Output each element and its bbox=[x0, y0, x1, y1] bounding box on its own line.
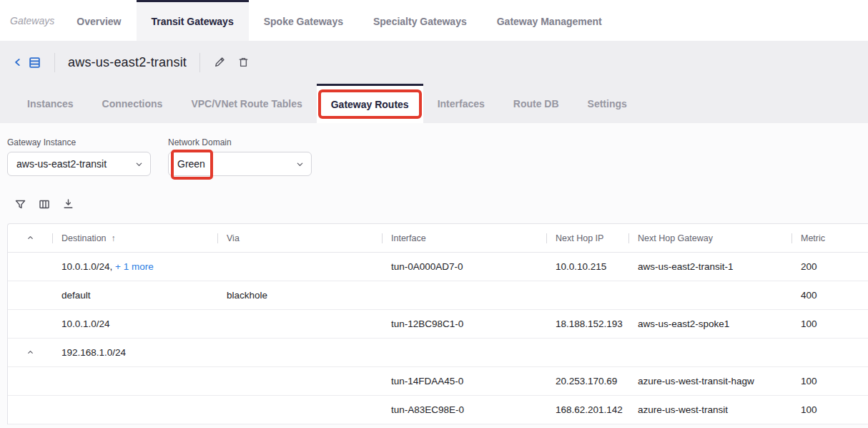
tab-transit-gateways[interactable]: Transit Gateways bbox=[137, 0, 249, 41]
table-toolbar bbox=[14, 198, 868, 210]
chevron-up-icon bbox=[26, 234, 34, 242]
cell-next-hop-gateway: aws-us-east2-transit-1 bbox=[628, 261, 791, 272]
delete-button[interactable] bbox=[237, 56, 250, 69]
table-header: Destination ↑ Via Interface Next Hop IP … bbox=[8, 224, 868, 253]
subtab-instances[interactable]: Instances bbox=[13, 84, 88, 123]
list-icon bbox=[28, 56, 41, 69]
collapse-row-control[interactable] bbox=[26, 349, 34, 356]
subtab-route-db[interactable]: Route DB bbox=[499, 84, 573, 123]
subtab-interfaces[interactable]: Interfaces bbox=[423, 84, 499, 123]
columns-icon bbox=[38, 198, 51, 210]
column-header-destination-label: Destination bbox=[61, 233, 107, 243]
tab-specialty-gateways[interactable]: Specialty Gateways bbox=[358, 0, 482, 41]
pencil-icon bbox=[213, 56, 226, 69]
gateway-instance-value: aws-us-east2-transit bbox=[16, 158, 107, 170]
column-header-interface[interactable]: Interface bbox=[382, 224, 546, 252]
detail-tabs: Instances Connections VPC/VNet Route Tab… bbox=[0, 84, 868, 123]
cell-via: blackhole bbox=[217, 290, 382, 301]
table-row: 10.0.1.0/24 tun-12BC98C1-0 18.188.152.19… bbox=[8, 310, 868, 339]
gateway-instance-filter: Gateway Instance aws-us-east2-transit bbox=[7, 137, 151, 176]
cell-metric: 100 bbox=[791, 404, 868, 415]
network-domain-value: Green bbox=[177, 158, 205, 170]
gateway-instance-label: Gateway Instance bbox=[7, 137, 151, 147]
cell-next-hop-gateway: aws-us-east2-spoke1 bbox=[628, 318, 791, 329]
collapse-all-control[interactable] bbox=[8, 224, 52, 252]
download-icon bbox=[62, 198, 74, 210]
table-row-group: 192.168.1.0/24 bbox=[8, 339, 868, 367]
cell-interface: tun-A83EC98E-0 bbox=[382, 404, 546, 415]
divider bbox=[199, 53, 200, 72]
destination-value: 10.0.1.0/24, bbox=[61, 261, 112, 272]
columns-button[interactable] bbox=[38, 198, 51, 210]
subtab-gateway-routes-label: Gateway Routes bbox=[331, 99, 409, 110]
chevron-down-icon bbox=[135, 160, 143, 168]
table-row: 10.0.1.0/24, + 1 more tun-0A000AD7-0 10.… bbox=[8, 253, 868, 281]
column-header-next-hop-gateway[interactable]: Next Hop Gateway bbox=[628, 224, 791, 252]
sort-asc-icon: ↑ bbox=[112, 233, 116, 243]
cell-destination: 192.168.1.0/24 bbox=[52, 347, 217, 358]
trash-icon bbox=[237, 56, 250, 69]
cell-next-hop-ip: 20.253.170.69 bbox=[546, 376, 628, 386]
cell-metric: 100 bbox=[791, 318, 868, 329]
chevron-down-icon bbox=[296, 160, 304, 168]
filter-button[interactable] bbox=[14, 198, 26, 210]
cell-next-hop-ip: 10.0.10.215 bbox=[546, 261, 628, 272]
cell-destination: default bbox=[52, 290, 217, 301]
gateway-routes-table: Destination ↑ Via Interface Next Hop IP … bbox=[7, 223, 868, 424]
column-header-next-hop-ip[interactable]: Next Hop IP bbox=[546, 224, 628, 252]
column-header-destination[interactable]: Destination ↑ bbox=[52, 224, 217, 252]
page-title: aws-us-east2-transit bbox=[68, 55, 187, 70]
network-domain-select[interactable]: Green bbox=[168, 152, 312, 176]
network-domain-filter: Network Domain Green bbox=[168, 137, 312, 176]
back-chevron-icon bbox=[13, 57, 23, 67]
network-domain-label: Network Domain bbox=[168, 137, 312, 147]
tab-overview[interactable]: Overview bbox=[61, 0, 136, 41]
cell-interface: tun-0A000AD7-0 bbox=[382, 261, 546, 272]
cell-metric: 200 bbox=[791, 261, 868, 272]
filter-icon bbox=[14, 198, 26, 210]
cell-next-hop-gateway: azure-us-west-transit-hagw bbox=[628, 376, 791, 386]
tab-gateway-management[interactable]: Gateway Management bbox=[482, 0, 617, 41]
top-nav: Gateways Overview Transit Gateways Spoke… bbox=[0, 0, 868, 41]
tab-spoke-gateways[interactable]: Spoke Gateways bbox=[249, 0, 358, 41]
subtab-gateway-routes[interactable]: Gateway Routes bbox=[317, 84, 423, 123]
table-row-child: tun-14FDAA45-0 20.253.170.69 azure-us-we… bbox=[8, 367, 868, 396]
subtab-vpc-vnet-route-tables[interactable]: VPC/VNet Route Tables bbox=[177, 84, 316, 123]
edit-button[interactable] bbox=[213, 56, 226, 69]
subtab-connections[interactable]: Connections bbox=[88, 84, 177, 123]
subtab-settings[interactable]: Settings bbox=[573, 84, 641, 123]
cell-metric: 400 bbox=[791, 290, 868, 301]
cell-next-hop-ip: 18.188.152.193 bbox=[546, 318, 628, 329]
column-header-metric[interactable]: Metric bbox=[791, 224, 868, 252]
back-button[interactable] bbox=[13, 56, 41, 69]
gateway-instance-select[interactable]: aws-us-east2-transit bbox=[7, 152, 151, 176]
cell-destination: 10.0.1.0/24, + 1 more bbox=[52, 261, 217, 272]
gateway-header-band: aws-us-east2-transit Instances Connectio… bbox=[0, 41, 868, 123]
cell-destination: 10.0.1.0/24 bbox=[52, 318, 217, 329]
more-destinations-link[interactable]: + 1 more bbox=[115, 261, 154, 272]
column-header-via[interactable]: Via bbox=[217, 224, 382, 252]
table-row-child: tun-A83EC98E-0 168.62.201.142 azure-us-w… bbox=[8, 396, 868, 424]
cell-next-hop-ip: 168.62.201.142 bbox=[546, 404, 628, 415]
table-row: default blackhole 400 bbox=[8, 281, 868, 310]
gateway-header: aws-us-east2-transit bbox=[0, 41, 868, 84]
breadcrumb: Gateways bbox=[10, 15, 54, 26]
cell-interface: tun-14FDAA45-0 bbox=[382, 376, 546, 386]
download-button[interactable] bbox=[62, 198, 74, 210]
cell-next-hop-gateway: azure-us-west-transit bbox=[628, 404, 791, 415]
filters-row: Gateway Instance aws-us-east2-transit Ne… bbox=[0, 123, 868, 176]
cell-interface: tun-12BC98C1-0 bbox=[382, 318, 546, 329]
cell-metric: 100 bbox=[791, 376, 868, 386]
divider bbox=[54, 53, 55, 72]
